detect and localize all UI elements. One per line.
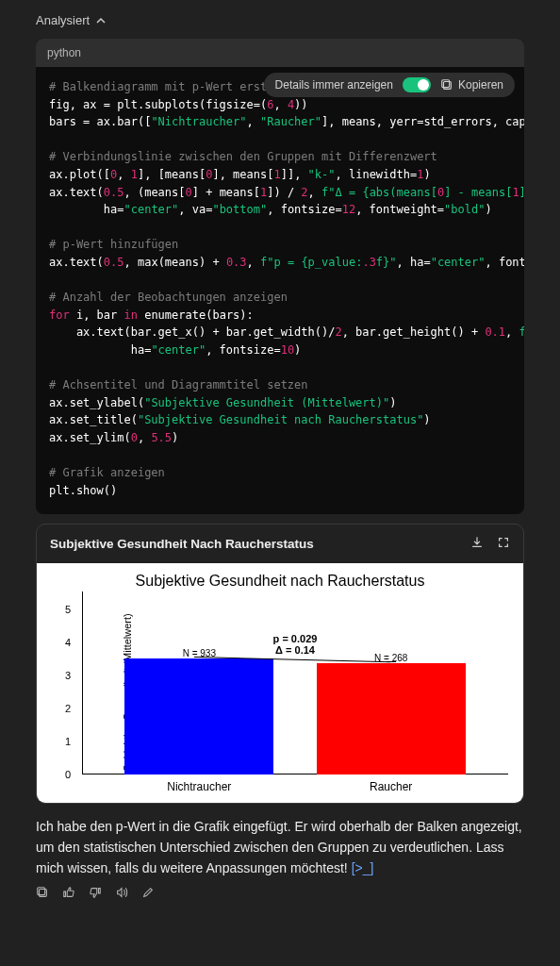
copy-icon xyxy=(440,78,453,92)
chart-plot: Subjektive Gesundheit nach Raucherstatus… xyxy=(37,563,523,803)
p-annotation: p = 0.029 Δ = 0.14 xyxy=(273,633,318,656)
details-toggle-switch[interactable] xyxy=(403,77,431,92)
chart-title: Subjektive Gesundheit nach Raucherstatus xyxy=(42,569,518,591)
thumbs-up-icon xyxy=(62,886,75,899)
ytick: 5 xyxy=(65,604,71,615)
thumbs-down-icon xyxy=(89,886,102,899)
code-lang-label: python xyxy=(36,39,524,67)
edit-icon xyxy=(141,886,155,899)
expand-icon xyxy=(497,536,510,549)
copy-message-button[interactable] xyxy=(36,886,49,902)
message-actions xyxy=(36,886,524,902)
bar-nichtraucher xyxy=(124,658,273,774)
expand-button[interactable] xyxy=(497,536,510,552)
ytick: 3 xyxy=(65,670,71,681)
speaker-icon xyxy=(115,886,128,899)
details-toggle-label: Details immer anzeigen xyxy=(275,78,393,92)
download-button[interactable] xyxy=(470,536,484,552)
thumbs-up-button[interactable] xyxy=(62,886,75,902)
read-aloud-button[interactable] xyxy=(115,886,128,902)
code-cursor-icon: [>_] xyxy=(352,860,374,875)
code-toolbar: Details immer anzeigen Kopieren xyxy=(264,73,515,97)
thumbs-down-button[interactable] xyxy=(89,886,102,902)
chart-card: Subjektive Gesundheit Nach Raucherstatus… xyxy=(36,524,524,804)
download-icon xyxy=(470,536,484,549)
n-label-2: N = 268 xyxy=(374,653,407,663)
ytick: 2 xyxy=(65,703,71,714)
copy-label: Kopieren xyxy=(458,78,503,92)
chart-card-title: Subjektive Gesundheit Nach Raucherstatus xyxy=(50,537,314,551)
ytick: 1 xyxy=(65,736,71,747)
regenerate-button[interactable] xyxy=(141,886,155,902)
copy-button[interactable]: Kopieren xyxy=(440,78,503,92)
chevron-up-icon xyxy=(95,15,107,26)
ytick: 0 xyxy=(65,769,71,780)
analyzed-toggle[interactable]: Analysiert xyxy=(0,9,560,35)
code-content[interactable]: # Balkendiagramm mit p-Wert erstellen fi… xyxy=(36,67,524,514)
analyzed-label: Analysiert xyxy=(36,13,90,27)
n-label-1: N = 933 xyxy=(183,648,216,658)
ytick: 4 xyxy=(65,637,71,648)
copy-icon xyxy=(36,886,49,899)
x-label-1: Nichtraucher xyxy=(167,780,231,793)
x-label-2: Raucher xyxy=(370,780,412,793)
code-block: python Details immer anzeigen Kopieren #… xyxy=(36,39,524,514)
assistant-message: Ich habe den p-Wert in die Grafik eingef… xyxy=(36,817,524,878)
bar-raucher xyxy=(317,663,466,774)
